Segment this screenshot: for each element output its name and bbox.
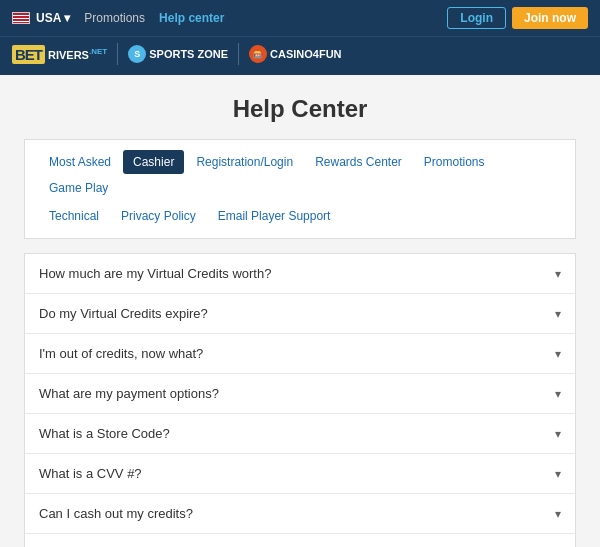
- faq-question: I'm out of credits, now what?: [39, 346, 203, 361]
- tabs-container: Most Asked Cashier Registration/Login Re…: [24, 139, 576, 239]
- faq-item[interactable]: Can I buy anything with my credits? ▾: [25, 534, 575, 547]
- join-button[interactable]: Join now: [512, 7, 588, 29]
- region-dropdown[interactable]: USA ▾: [12, 11, 70, 25]
- tab-most-asked[interactable]: Most Asked: [39, 150, 121, 174]
- tab-registration-login[interactable]: Registration/Login: [186, 150, 303, 174]
- expand-icon: ▾: [555, 387, 561, 401]
- faq-question: What is a CVV #?: [39, 466, 142, 481]
- faq-list: How much are my Virtual Credits worth? ▾…: [24, 253, 576, 547]
- expand-icon: ▾: [555, 347, 561, 361]
- main-content: Help Center Most Asked Cashier Registrat…: [0, 75, 600, 547]
- usa-flag-icon: [12, 12, 30, 24]
- faq-item[interactable]: How much are my Virtual Credits worth? ▾: [25, 254, 575, 294]
- tab-email-player-support[interactable]: Email Player Support: [208, 204, 341, 228]
- tabs-row-2: Technical Privacy Policy Email Player Su…: [39, 204, 561, 228]
- sportszone-text: SPORTS ZONE: [149, 48, 228, 60]
- tab-rewards-center[interactable]: Rewards Center: [305, 150, 412, 174]
- faq-item[interactable]: I'm out of credits, now what? ▾: [25, 334, 575, 374]
- tab-cashier[interactable]: Cashier: [123, 150, 184, 174]
- betrivers-logo[interactable]: BET RIVERS.NET: [12, 45, 107, 64]
- faq-item[interactable]: What are my payment options? ▾: [25, 374, 575, 414]
- casino4fun-logo[interactable]: 🎰 CASINO4FUN: [249, 45, 342, 63]
- rivers-text: RIVERS.NET: [48, 47, 107, 61]
- expand-icon: ▾: [555, 307, 561, 321]
- region-label: USA: [36, 11, 61, 25]
- top-nav-left: USA ▾ Promotions Help center: [12, 11, 224, 25]
- casino4fun-icon: 🎰: [249, 45, 267, 63]
- faq-question: Do my Virtual Credits expire?: [39, 306, 208, 321]
- faq-question: What are my payment options?: [39, 386, 219, 401]
- faq-item[interactable]: What is a Store Code? ▾: [25, 414, 575, 454]
- casino4fun-text: CASINO4FUN: [270, 48, 342, 60]
- faq-item[interactable]: What is a CVV #? ▾: [25, 454, 575, 494]
- expand-icon: ▾: [555, 427, 561, 441]
- top-nav-right: Login Join now: [447, 7, 588, 29]
- tab-game-play[interactable]: Game Play: [39, 176, 118, 200]
- faq-question: What is a Store Code?: [39, 426, 170, 441]
- dropdown-arrow-icon: ▾: [64, 11, 70, 25]
- expand-icon: ▾: [555, 507, 561, 521]
- expand-icon: ▾: [555, 267, 561, 281]
- brand-divider-2: [238, 43, 239, 65]
- tab-privacy-policy[interactable]: Privacy Policy: [111, 204, 206, 228]
- help-center-nav-link[interactable]: Help center: [159, 11, 224, 25]
- sportszone-logo[interactable]: S SPORTS ZONE: [128, 45, 228, 63]
- login-button[interactable]: Login: [447, 7, 506, 29]
- tab-technical[interactable]: Technical: [39, 204, 109, 228]
- bet-text: BET: [12, 45, 45, 64]
- faq-item[interactable]: Do my Virtual Credits expire? ▾: [25, 294, 575, 334]
- brand-bar: BET RIVERS.NET S SPORTS ZONE 🎰 CASINO4FU…: [0, 36, 600, 75]
- expand-icon: ▾: [555, 467, 561, 481]
- tabs-row-1: Most Asked Cashier Registration/Login Re…: [39, 150, 561, 200]
- top-nav: USA ▾ Promotions Help center Login Join …: [0, 0, 600, 36]
- faq-question: How much are my Virtual Credits worth?: [39, 266, 271, 281]
- faq-question: Can I cash out my credits?: [39, 506, 193, 521]
- tab-promotions[interactable]: Promotions: [414, 150, 495, 174]
- brand-divider: [117, 43, 118, 65]
- sportszone-icon: S: [128, 45, 146, 63]
- page-title: Help Center: [24, 95, 576, 123]
- faq-item[interactable]: Can I cash out my credits? ▾: [25, 494, 575, 534]
- promotions-nav-link[interactable]: Promotions: [84, 11, 145, 25]
